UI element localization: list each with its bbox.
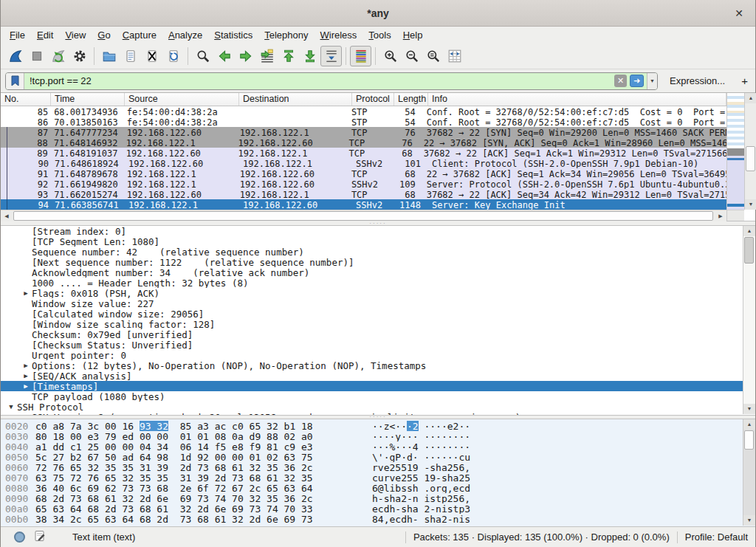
column-header-no[interactable]: No. — [1, 93, 51, 106]
expand-right-icon[interactable]: ▶ — [20, 382, 32, 390]
find-packet-icon[interactable] — [192, 46, 213, 66]
capture-options-icon[interactable] — [69, 46, 90, 66]
packet-row-89[interactable]: 8971.648191037192.168.122.60192.168.122.… — [1, 148, 726, 158]
zoom-in-icon[interactable] — [379, 46, 401, 66]
scroll-down-icon[interactable]: ▼ — [745, 199, 756, 210]
detail-line[interactable]: ▶Flags: 0x018 (PSH, ACK) — [1, 288, 743, 298]
detail-line[interactable]: [Window size scaling factor: 128] — [1, 319, 743, 329]
expression-button[interactable]: Expression... — [670, 75, 725, 86]
column-header-protocol[interactable]: Protocol — [352, 93, 394, 106]
detail-line[interactable]: ▶Options: (12 bytes), No-Operation (NOP)… — [1, 360, 743, 371]
minimap-stripes[interactable] — [727, 93, 744, 210]
menu-go[interactable]: Go — [92, 28, 116, 42]
filter-apply-icon[interactable]: ➜ — [630, 75, 644, 87]
hscroll-thumb[interactable] — [13, 211, 713, 221]
expand-right-icon[interactable]: ▶ — [20, 362, 32, 369]
colorize-icon[interactable] — [350, 46, 371, 66]
auto-scroll-icon[interactable] — [320, 46, 342, 66]
packet-row-85[interactable]: 8568.001734936fe:54:00:d4:38:2aSTP54Conf… — [1, 106, 726, 117]
capture-start-icon[interactable] — [4, 46, 26, 66]
hex-row-00b0[interactable]: 00b038 34 2c 65 63 64 68 2d 73 68 61 32 … — [1, 514, 743, 524]
hex-row-0030[interactable]: 003080 18 00 e3 79 ed 00 00 01 01 08 0a … — [1, 431, 743, 441]
menu-edit[interactable]: Edit — [31, 28, 59, 42]
detail-line[interactable]: Sequence number: 42 (relative sequence n… — [1, 247, 743, 257]
column-header-destination[interactable]: Destination — [239, 93, 352, 106]
column-header-length[interactable]: Length — [394, 93, 428, 106]
scroll-up-icon[interactable]: ▲ — [743, 226, 755, 236]
menu-statistics[interactable]: Statistics — [208, 28, 258, 42]
scroll-left-icon[interactable]: ◀ — [1, 210, 13, 221]
packet-row-93[interactable]: 9371.662015274192.168.122.60192.168.122.… — [1, 189, 726, 199]
detail-line[interactable]: [Checksum Status: Unverified] — [1, 340, 743, 350]
capture-restart-icon[interactable] — [47, 46, 69, 66]
go-to-packet-icon[interactable] — [256, 46, 278, 66]
filter-dropdown-icon[interactable]: ▼ — [647, 73, 657, 89]
detail-line[interactable]: Urgent pointer: 0 — [1, 350, 743, 360]
close-icon[interactable]: ✕ — [732, 6, 746, 21]
filter-bookmark-icon[interactable] — [6, 73, 24, 89]
go-forward-icon[interactable] — [235, 46, 256, 66]
expand-down-icon[interactable]: ▼ — [5, 403, 17, 410]
hex-row-0080[interactable]: 008036 40 6c 69 62 73 73 68 2e 6f 72 67 … — [1, 483, 743, 493]
zoom-reset-icon[interactable] — [422, 46, 444, 66]
hex-row-0040[interactable]: 0040a1 dd c1 25 00 00 04 34 06 14 f5 e8 … — [1, 441, 743, 452]
vscroll-thumb[interactable] — [744, 430, 754, 450]
detail-line[interactable]: ▼SSH Protocol — [1, 402, 743, 412]
menu-telephony[interactable]: Telephony — [258, 28, 314, 42]
packet-row-92[interactable]: 9271.661949820192.168.122.1192.168.122.6… — [1, 179, 726, 189]
file-open-icon[interactable] — [98, 46, 120, 66]
resize-columns-icon[interactable] — [444, 46, 465, 66]
profile-status[interactable]: Profile: Default — [685, 531, 748, 543]
detail-line[interactable]: Window size value: 227 — [1, 298, 743, 309]
expand-right-icon[interactable]: ▶ — [20, 289, 32, 297]
packet-row-88[interactable]: 8871.648146932192.168.122.1192.168.122.6… — [1, 137, 726, 148]
file-save-icon[interactable] — [120, 46, 141, 66]
packet-row-91[interactable]: 9171.648789678192.168.122.1192.168.122.6… — [1, 168, 726, 179]
detail-line[interactable]: TCP payload (1080 bytes) — [1, 391, 743, 402]
go-last-packet-icon[interactable] — [299, 46, 320, 66]
detail-line[interactable]: [Next sequence number: 1122 (relative se… — [1, 257, 743, 267]
hex-row-0060[interactable]: 006072 76 65 32 35 35 31 39 2d 73 68 61 … — [1, 462, 743, 472]
display-filter-field[interactable]: ✕ ➜ ▼ — [5, 72, 658, 90]
go-back-icon[interactable] — [213, 46, 235, 66]
scroll-up-icon[interactable]: ▲ — [743, 419, 755, 430]
detail-vscrollbar[interactable]: ▲ ▼ — [743, 226, 755, 414]
column-header-time[interactable]: Time — [51, 93, 125, 106]
detail-line[interactable]: Checksum: 0x79ed [unverified] — [1, 329, 743, 340]
detail-line[interactable]: [TCP Segment Len: 1080] — [1, 236, 743, 247]
hex-row-0090[interactable]: 009068 2d 73 68 61 32 2d 6e 69 73 74 70 … — [1, 493, 743, 503]
filter-add-button[interactable]: + — [741, 75, 748, 87]
capture-comment-icon[interactable] — [34, 530, 46, 544]
filter-input[interactable] — [24, 75, 614, 86]
menu-file[interactable]: File — [4, 28, 31, 42]
file-reload-icon[interactable] — [162, 46, 184, 66]
scroll-right-icon[interactable]: ▶ — [715, 210, 726, 221]
menu-analyze[interactable]: Analyze — [162, 28, 208, 42]
hex-row-0070[interactable]: 007063 75 72 76 65 32 35 35 31 39 2d 73 … — [1, 472, 743, 483]
hex-row-00a0[interactable]: 00a065 63 64 68 2d 73 68 61 32 2d 6e 69 … — [1, 503, 743, 514]
packet-row-86[interactable]: 8670.013850163fe:54:00:d4:38:2aSTP54Conf… — [1, 117, 726, 127]
packet-list-vscrollbar[interactable]: ▲ ▼ — [744, 93, 756, 210]
detail-line[interactable]: ▶[SEQ/ACK analysis] — [1, 371, 743, 381]
file-close-icon[interactable] — [141, 46, 162, 66]
vscroll-thumb[interactable] — [744, 237, 754, 264]
detail-line[interactable]: 1000 .... = Header Length: 32 bytes (8) — [1, 278, 743, 288]
detail-line[interactable]: [Stream index: 0] — [1, 226, 743, 236]
expert-info-icon[interactable] — [14, 531, 25, 543]
menu-capture[interactable]: Capture — [117, 28, 162, 42]
detail-line[interactable]: Acknowledgment number: 34 (relative ack … — [1, 267, 743, 278]
column-header-source[interactable]: Source — [125, 93, 239, 106]
detail-line[interactable]: ▶[Timestamps] — [1, 381, 743, 391]
capture-stop-icon[interactable] — [26, 46, 47, 66]
packet-row-87[interactable]: 8771.647777234192.168.122.60192.168.122.… — [1, 127, 726, 137]
menu-wireless[interactable]: Wireless — [315, 28, 363, 42]
bytes-vscrollbar[interactable]: ▲ ▼ — [743, 419, 755, 526]
column-header-info[interactable]: Info — [428, 93, 726, 106]
menu-tools[interactable]: Tools — [362, 28, 396, 42]
hex-row-0020[interactable]: 0020c0 a8 7a 3c 00 16 93 32 85 a3 ac c0 … — [1, 421, 743, 431]
packet-row-94[interactable]: 9471.663856741192.168.122.1192.168.122.6… — [1, 199, 726, 210]
go-first-packet-icon[interactable] — [278, 46, 299, 66]
zoom-out-icon[interactable] — [401, 46, 422, 66]
vscroll-thumb[interactable] — [746, 146, 755, 171]
expand-right-icon[interactable]: ▶ — [20, 372, 32, 379]
